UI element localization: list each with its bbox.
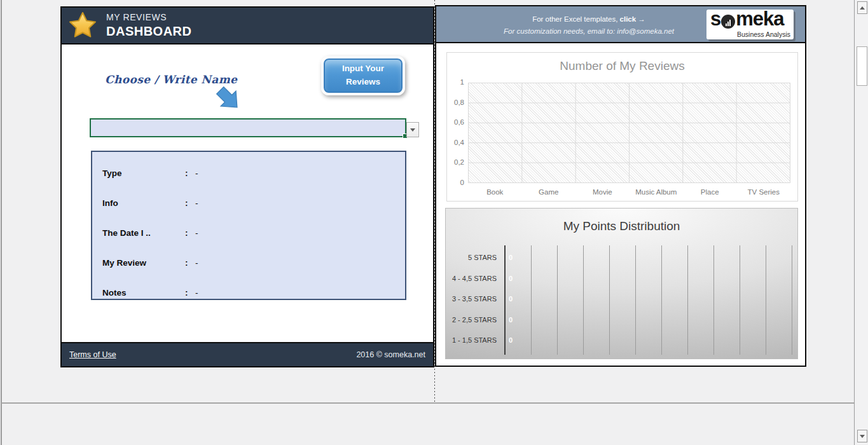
detail-separator: : (185, 198, 195, 208)
scrollbar-down-button[interactable] (857, 430, 867, 442)
category-label: 3 - 3,5 STARS (446, 295, 500, 303)
y-axis-tick: 1 (447, 78, 464, 86)
category-label: 1 - 1,5 STARS (446, 336, 500, 344)
left-panel-titles: MY REVIEWS DASHBOARD (106, 12, 192, 39)
detail-row-type: Type : - (102, 158, 395, 188)
someka-brand-text: s meka (710, 10, 784, 31)
chevron-down-icon (410, 128, 415, 132)
data-label: 0 (509, 295, 513, 303)
x-axis-label: Game (522, 188, 576, 196)
chart-bars-icon (721, 15, 735, 29)
customization-text: For customization needs, email to: info@… (474, 25, 703, 38)
scroll-up-icon (860, 6, 865, 10)
detail-label: Type (102, 168, 185, 178)
detail-value: - (195, 288, 198, 298)
detail-separator: : (185, 288, 195, 298)
detail-value: - (195, 168, 198, 178)
data-label: 0 (509, 254, 513, 261)
dashboard-left-panel: MY REVIEWS DASHBOARD Choose / Write Name… (60, 6, 434, 367)
y-axis-tick: 0 (447, 179, 464, 186)
logo-tagline: Business Analysis (737, 31, 790, 38)
scrollbar-divider (854, 0, 855, 445)
header-promo-text: For other Excel templates, click → For c… (474, 13, 703, 38)
scrollbar-up-button[interactable] (857, 1, 867, 14)
copyright-text: 2016 © someka.net (356, 350, 425, 359)
dashboard-subtitle: MY REVIEWS (106, 12, 192, 22)
detail-value: - (195, 198, 198, 208)
detail-row-notes: Notes : - (102, 278, 395, 308)
input-your-reviews-button[interactable]: Input Your Reviews (321, 56, 405, 95)
y-axis-tick: 0,6 (447, 118, 464, 126)
detail-label: Info (102, 198, 185, 208)
someka-logo[interactable]: s meka Business Analysis (706, 10, 794, 39)
detail-value: - (195, 258, 198, 268)
star-icon (67, 10, 99, 41)
scroll-down-icon (860, 435, 865, 438)
chart2-title: My Points Distribution (446, 219, 797, 233)
y-axis-tick: 0,4 (447, 139, 464, 146)
dashboard-title: DASHBOARD (106, 24, 192, 39)
templates-click-link[interactable]: click → (620, 15, 645, 23)
x-axis-label: Book (468, 188, 522, 196)
right-panel-header: For other Excel templates, click → For c… (436, 6, 805, 43)
chart2-axis-line (504, 245, 506, 355)
terms-of-use-link[interactable]: Terms of Use (69, 350, 116, 359)
review-details-box: Type : - Info : - The Date I .. : - My R… (91, 151, 406, 300)
detail-row-my-review: My Review : - (102, 248, 395, 278)
chart2-gridlines (506, 245, 793, 355)
detail-value: - (195, 228, 198, 238)
detail-separator: : (185, 228, 195, 238)
detail-separator: : (185, 168, 195, 178)
category-label: 2 - 2,5 STARS (446, 316, 500, 324)
templates-line: For other Excel templates, click → (474, 13, 703, 25)
y-axis-tick: 0,2 (447, 158, 464, 166)
left-panel-header: MY REVIEWS DASHBOARD (62, 8, 433, 44)
combobox-dropdown-button[interactable] (406, 122, 419, 137)
left-panel-footer: Terms of Use 2016 © someka.net (62, 342, 433, 366)
data-label: 0 (509, 275, 513, 282)
detail-label: Notes (102, 288, 185, 298)
detail-label: The Date I .. (102, 228, 185, 238)
chart1-category-axis: Book Game Movie Music Album Place TV Ser… (468, 188, 790, 196)
templates-text: For other Excel templates, (532, 15, 617, 23)
name-combobox-input[interactable] (90, 118, 406, 137)
down-right-arrow-icon (212, 83, 245, 116)
data-label: 0 (509, 316, 513, 324)
chart1-title: Number of My Reviews (447, 59, 797, 73)
points-distribution-chart: My Points Distribution 5 STARS 4 - 4,5 S… (445, 208, 798, 359)
detail-row-date: The Date I .. : - (102, 218, 395, 248)
data-label: 0 (509, 336, 513, 344)
brand-prefix: s (710, 10, 720, 31)
x-axis-label: Music Album (630, 188, 684, 196)
detail-separator: : (185, 258, 195, 268)
x-axis-label: Place (683, 188, 737, 196)
detail-label: My Review (102, 258, 185, 268)
reviews-count-chart: Number of My Reviews 1 0,8 0,6 0,4 0,2 0… (446, 52, 798, 202)
category-label: 5 STARS (446, 254, 500, 261)
y-axis-tick: 0,8 (447, 99, 464, 106)
dashboard-right-panel: For other Excel templates, click → For c… (435, 5, 806, 367)
chart1-plot-area (468, 83, 790, 183)
x-axis-label: Movie (575, 188, 630, 196)
window-left-edge (1, 0, 2, 445)
x-axis-label: TV Series (737, 188, 791, 196)
category-label: 4 - 4,5 STARS (446, 275, 500, 282)
vertical-scrollbar-thumb[interactable] (857, 46, 867, 86)
sheet-bottom-divider (1, 402, 854, 404)
detail-row-info: Info : - (102, 188, 395, 218)
brand-suffix: meka (736, 10, 783, 31)
